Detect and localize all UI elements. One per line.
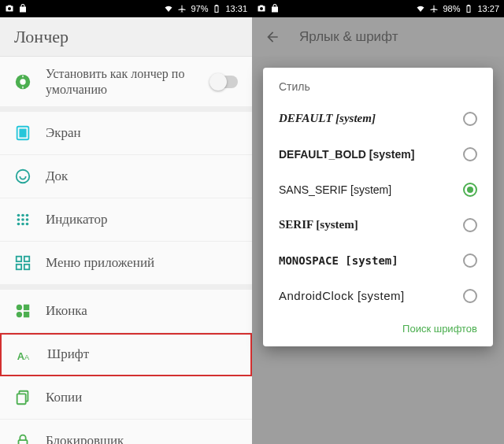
svg-rect-17 bbox=[24, 265, 29, 269]
svg-point-18 bbox=[17, 305, 22, 310]
option-label: DEFAULT_BOLD [system] bbox=[279, 148, 455, 161]
row-indicator[interactable]: Индикатор bbox=[0, 198, 252, 242]
shapes-icon bbox=[14, 302, 32, 320]
option-androidclock[interactable]: AndroidClock [system] bbox=[263, 278, 493, 313]
svg-rect-25 bbox=[17, 394, 26, 404]
dialog-title: Стиль bbox=[263, 80, 493, 101]
svg-point-7 bbox=[26, 214, 29, 217]
gear-icon bbox=[14, 73, 32, 91]
row-label: Установить как лончер по умолчанию bbox=[46, 66, 197, 96]
row-label: Экран bbox=[46, 125, 238, 141]
style-dialog: Стиль DEFAULT [system] DEFAULT_BOLD [sys… bbox=[263, 68, 493, 346]
font-style-screen: 98% 13:27 Ярлык & шрифт Стиль DEFAULT [s… bbox=[252, 0, 504, 444]
screen-icon bbox=[14, 124, 32, 142]
copy-icon bbox=[14, 389, 32, 406]
svg-point-8 bbox=[17, 218, 20, 221]
dock-icon bbox=[14, 168, 32, 185]
svg-rect-16 bbox=[17, 265, 21, 269]
option-default-bold[interactable]: DEFAULT_BOLD [system] bbox=[263, 136, 493, 172]
page-title: Лончер bbox=[14, 27, 69, 47]
svg-point-10 bbox=[26, 218, 29, 221]
svg-point-11 bbox=[17, 223, 20, 226]
svg-rect-21 bbox=[24, 312, 29, 317]
search-fonts-button[interactable]: Поиск шрифтов bbox=[402, 323, 477, 335]
lock-icon bbox=[14, 432, 32, 444]
row-label: Шрифт bbox=[47, 346, 236, 362]
bag-icon bbox=[18, 4, 28, 13]
svg-rect-19 bbox=[24, 305, 29, 310]
svg-point-13 bbox=[26, 223, 29, 226]
grid-icon bbox=[14, 254, 32, 272]
radio-selected[interactable] bbox=[463, 183, 477, 197]
row-label: Меню приложений bbox=[46, 255, 238, 271]
option-sans-serif[interactable]: SANS_SERIF [system] bbox=[263, 172, 493, 207]
row-screen[interactable]: Экран bbox=[0, 112, 252, 155]
svg-point-4 bbox=[17, 170, 30, 183]
radio-unselected[interactable] bbox=[463, 112, 477, 126]
svg-point-6 bbox=[21, 214, 24, 217]
row-label: Блокировщик bbox=[46, 433, 238, 444]
battery-icon bbox=[464, 4, 473, 13]
wifi-icon bbox=[164, 4, 173, 13]
svg-point-1 bbox=[20, 79, 25, 84]
row-default-launcher[interactable]: Установить как лончер по умолчанию bbox=[0, 57, 252, 107]
svg-text:A: A bbox=[24, 353, 30, 361]
camera-icon bbox=[257, 4, 266, 13]
svg-point-20 bbox=[17, 312, 22, 317]
svg-rect-26 bbox=[19, 440, 28, 444]
svg-text:A: A bbox=[17, 350, 24, 361]
wifi-icon bbox=[416, 4, 425, 13]
row-font[interactable]: AA Шрифт bbox=[0, 333, 252, 376]
radio-unselected[interactable] bbox=[463, 218, 477, 232]
option-serif[interactable]: SERIF [system] bbox=[263, 207, 493, 242]
default-launcher-toggle[interactable] bbox=[211, 76, 238, 88]
clock-time: 13:27 bbox=[477, 4, 499, 13]
launcher-settings-screen: 97% 13:31 Лончер Установить как лончер п… bbox=[0, 0, 252, 444]
battery-percent: 97% bbox=[191, 4, 208, 13]
svg-point-12 bbox=[21, 223, 24, 226]
titlebar: Лончер bbox=[0, 17, 252, 57]
page-title: Ярлык & шрифт bbox=[299, 29, 398, 45]
option-label: SERIF [system] bbox=[279, 218, 455, 231]
airplane-icon bbox=[429, 4, 439, 13]
font-icon: AA bbox=[16, 346, 33, 364]
status-bar: 98% 13:27 bbox=[252, 0, 504, 17]
option-default[interactable]: DEFAULT [system] bbox=[263, 101, 493, 136]
option-label: AndroidClock [system] bbox=[279, 289, 455, 302]
row-label: Индикатор bbox=[46, 212, 238, 228]
svg-rect-14 bbox=[17, 257, 21, 261]
row-label: Копии bbox=[46, 390, 238, 405]
settings-list: Установить как лончер по умолчанию Экран… bbox=[0, 57, 252, 444]
option-label: SANS_SERIF [system] bbox=[279, 183, 455, 196]
row-appmenu[interactable]: Меню приложений bbox=[0, 242, 252, 285]
bag-icon bbox=[270, 4, 280, 13]
indicator-icon bbox=[14, 211, 32, 228]
clock-time: 13:31 bbox=[225, 4, 247, 13]
svg-point-5 bbox=[17, 214, 20, 217]
back-button[interactable] bbox=[265, 29, 280, 45]
radio-unselected[interactable] bbox=[463, 147, 477, 161]
row-copies[interactable]: Копии bbox=[0, 376, 252, 420]
row-icon-setting[interactable]: Иконка bbox=[0, 290, 252, 333]
titlebar: Ярлык & шрифт bbox=[252, 17, 504, 57]
radio-unselected[interactable] bbox=[463, 289, 477, 303]
option-monospace[interactable]: MONOSPACE [system] bbox=[263, 242, 493, 278]
battery-icon bbox=[212, 4, 221, 13]
row-blocker[interactable]: Блокировщик bbox=[0, 420, 252, 444]
svg-point-9 bbox=[21, 218, 24, 221]
status-bar: 97% 13:31 bbox=[0, 0, 252, 17]
radio-unselected[interactable] bbox=[463, 253, 477, 268]
dialog-scrim[interactable]: Стиль DEFAULT [system] DEFAULT_BOLD [sys… bbox=[252, 57, 504, 444]
option-label: DEFAULT [system] bbox=[279, 112, 455, 125]
camera-icon bbox=[5, 4, 14, 13]
option-label: MONOSPACE [system] bbox=[279, 254, 455, 267]
airplane-icon bbox=[177, 4, 187, 13]
row-label: Док bbox=[46, 168, 238, 184]
row-label: Иконка bbox=[46, 303, 238, 319]
svg-rect-15 bbox=[24, 257, 29, 261]
battery-percent: 98% bbox=[443, 4, 460, 13]
svg-rect-3 bbox=[19, 129, 26, 138]
row-dock[interactable]: Док bbox=[0, 155, 252, 198]
